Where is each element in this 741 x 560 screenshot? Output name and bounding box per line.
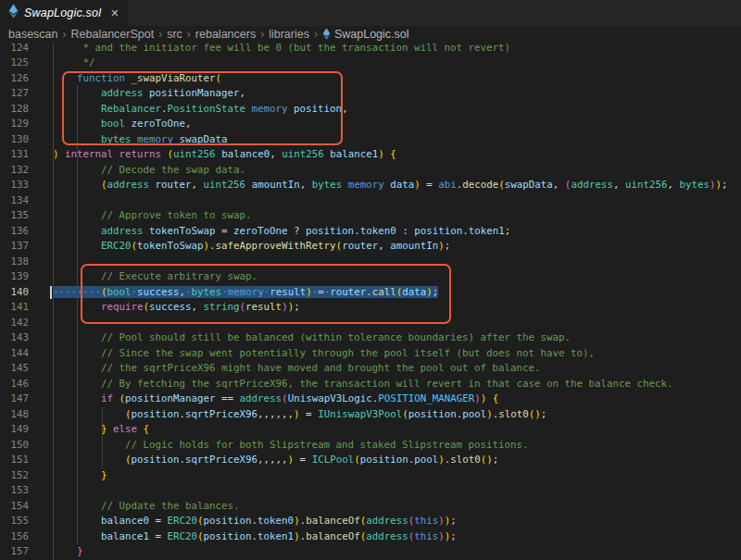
line-number[interactable]: 157 bbox=[0, 544, 29, 559]
code-editor[interactable]: 124 * and the initiator fee will be 0 (b… bbox=[0, 0, 741, 560]
code-text[interactable]: // Pool should still be balanced (within… bbox=[29, 330, 571, 345]
code-text[interactable]: // Logic holds for both Slipstream and s… bbox=[29, 438, 529, 453]
code-line[interactable]: 146 // By fetching the sqrtPriceX96, the… bbox=[0, 377, 741, 392]
code-text[interactable] bbox=[29, 193, 53, 208]
breadcrumb-item[interactable]: libraries bbox=[269, 28, 309, 41]
code-line[interactable]: 133 (address router, uint256 amountIn, b… bbox=[0, 178, 741, 193]
breadcrumb-item[interactable]: rebalancers bbox=[195, 28, 256, 41]
code-line[interactable]: 143 // Pool should still be balanced (wi… bbox=[0, 330, 741, 345]
code-line[interactable]: 130 bytes memory swapData bbox=[0, 132, 741, 147]
code-text[interactable]: (position.sqrtPriceX96,,,,,) = ICLPool(p… bbox=[29, 453, 498, 467]
code-text[interactable] bbox=[29, 483, 53, 498]
line-number[interactable]: 147 bbox=[0, 392, 29, 406]
code-text[interactable]: balance0 = ERC20(position.token0).balanc… bbox=[29, 514, 457, 529]
code-text[interactable]: // By fetching the sqrtPriceX96, the tra… bbox=[29, 377, 673, 392]
code-line[interactable]: 155 balance0 = ERC20(position.token0).ba… bbox=[0, 514, 741, 529]
code-text[interactable]: Rebalancer.PositionState memory position… bbox=[29, 102, 348, 117]
code-line[interactable]: 145 // the sqrtPriceX96 might have moved… bbox=[0, 361, 741, 376]
line-number[interactable]: 124 bbox=[0, 41, 29, 56]
code-line[interactable]: 125 */ bbox=[0, 56, 741, 70]
breadcrumb-item[interactable]: basescan bbox=[8, 28, 58, 41]
line-number[interactable]: 139 bbox=[0, 269, 29, 284]
code-text[interactable]: ········(bool·success,·bytes·memory·resu… bbox=[29, 285, 438, 300]
code-text[interactable]: bool zeroToOne, bbox=[29, 117, 192, 131]
code-line[interactable]: 129 bool zeroToOne, bbox=[0, 117, 741, 131]
line-number[interactable]: 135 bbox=[0, 208, 29, 223]
code-line[interactable]: 141 require(success, string(result)); bbox=[0, 300, 741, 315]
code-text[interactable]: // the sqrtPriceX96 might have moved and… bbox=[29, 361, 541, 376]
code-line[interactable]: 124 * and the initiator fee will be 0 (b… bbox=[0, 41, 741, 56]
code-line[interactable]: 152 } bbox=[0, 468, 741, 483]
code-line[interactable]: 153 bbox=[0, 483, 741, 498]
tab-swaplogic[interactable]: SwapLogic.sol ✕ bbox=[0, 0, 129, 26]
code-text[interactable]: */ bbox=[29, 56, 95, 70]
code-line[interactable]: 134 bbox=[0, 193, 741, 208]
code-line[interactable]: 132 // Decode the swap data. bbox=[0, 163, 741, 178]
code-text[interactable]: ERC20(tokenToSwap).safeApproveWithRetry(… bbox=[29, 239, 450, 254]
code-text[interactable]: function _swapViaRouter( bbox=[29, 71, 221, 86]
code-text[interactable]: } bbox=[29, 468, 107, 483]
line-number[interactable]: 137 bbox=[0, 239, 29, 254]
code-line[interactable]: 144 // Since the swap went potentially t… bbox=[0, 346, 741, 361]
code-line[interactable]: 137 ERC20(tokenToSwap).safeApproveWithRe… bbox=[0, 239, 741, 254]
line-number[interactable]: 136 bbox=[0, 224, 29, 239]
line-number[interactable]: 141 bbox=[0, 300, 29, 315]
line-number[interactable]: 154 bbox=[0, 499, 29, 514]
code-line[interactable]: 154 // Update the balances. bbox=[0, 499, 741, 514]
line-number[interactable]: 131 bbox=[0, 147, 29, 162]
code-text[interactable]: require(success, string(result)); bbox=[29, 300, 300, 315]
tab-close-icon[interactable]: ✕ bbox=[110, 8, 119, 19]
code-text[interactable]: bytes memory swapData bbox=[29, 132, 228, 147]
code-line[interactable]: 136 address tokenToSwap = zeroToOne ? po… bbox=[0, 224, 741, 239]
code-text[interactable]: // Update the balances. bbox=[29, 499, 240, 514]
code-line[interactable]: 148 (position.sqrtPriceX96,,,,,,) = IUni… bbox=[0, 407, 741, 422]
code-text[interactable]: (address router, uint256 amountIn, bytes… bbox=[29, 178, 728, 193]
code-text[interactable]: // Approve token to swap. bbox=[29, 208, 252, 223]
line-number[interactable]: 126 bbox=[0, 71, 29, 86]
line-number[interactable]: 125 bbox=[0, 56, 29, 70]
code-text[interactable] bbox=[29, 255, 53, 269]
breadcrumb-item[interactable]: src bbox=[167, 28, 182, 41]
line-number[interactable]: 132 bbox=[0, 163, 29, 178]
line-number[interactable]: 140 bbox=[0, 285, 29, 300]
line-number[interactable]: 128 bbox=[0, 102, 29, 117]
line-number[interactable]: 130 bbox=[0, 132, 29, 147]
code-text[interactable]: * and the initiator fee will be 0 (but t… bbox=[29, 41, 510, 56]
line-number[interactable]: 138 bbox=[0, 255, 29, 269]
code-area[interactable]: 124 * and the initiator fee will be 0 (b… bbox=[0, 41, 741, 559]
code-text[interactable]: // Decode the swap data. bbox=[29, 163, 245, 178]
line-number[interactable]: 133 bbox=[0, 178, 29, 193]
line-number[interactable]: 142 bbox=[0, 316, 29, 330]
line-number[interactable]: 153 bbox=[0, 483, 29, 498]
code-line[interactable]: 142 bbox=[0, 316, 741, 330]
code-text[interactable]: } bbox=[29, 544, 83, 559]
line-number[interactable]: 145 bbox=[0, 361, 29, 376]
breadcrumb-item[interactable]: RebalancerSpot bbox=[71, 28, 155, 41]
code-line[interactable]: 149 } else { bbox=[0, 422, 741, 437]
code-line[interactable]: 126 function _swapViaRouter( bbox=[0, 71, 741, 86]
code-text[interactable]: // Since the swap went potentially throu… bbox=[29, 346, 595, 361]
code-text[interactable]: // Execute arbitrary swap. bbox=[29, 269, 257, 284]
line-number[interactable]: 143 bbox=[0, 330, 29, 345]
line-number[interactable]: 134 bbox=[0, 193, 29, 208]
code-text[interactable]: (position.sqrtPriceX96,,,,,,) = IUniswap… bbox=[29, 407, 546, 422]
code-line[interactable]: 140········(bool·success,·bytes·memory·r… bbox=[0, 285, 741, 300]
code-line[interactable]: 151 (position.sqrtPriceX96,,,,,) = ICLPo… bbox=[0, 453, 741, 467]
code-text[interactable]: } else { bbox=[29, 422, 149, 437]
code-text[interactable]: address tokenToSwap = zeroToOne ? positi… bbox=[29, 224, 510, 239]
code-line[interactable]: 157 } bbox=[0, 544, 741, 559]
code-line[interactable]: 150 // Logic holds for both Slipstream a… bbox=[0, 438, 741, 453]
line-number[interactable]: 149 bbox=[0, 422, 29, 437]
code-line[interactable]: 138 bbox=[0, 255, 741, 269]
code-line[interactable]: 139 // Execute arbitrary swap. bbox=[0, 269, 741, 284]
line-number[interactable]: 150 bbox=[0, 438, 29, 453]
code-line[interactable]: 147 if (positionManager == address(Unisw… bbox=[0, 392, 741, 406]
line-number[interactable]: 146 bbox=[0, 377, 29, 392]
code-text[interactable]: if (positionManager == address(UniswapV3… bbox=[29, 392, 498, 406]
code-text[interactable]: ) internal returns (uint256 balance0, ui… bbox=[29, 147, 396, 162]
code-text[interactable]: address positionManager, bbox=[29, 86, 245, 101]
line-number[interactable]: 127 bbox=[0, 86, 29, 101]
line-number[interactable]: 129 bbox=[0, 117, 29, 131]
line-number[interactable]: 155 bbox=[0, 514, 29, 529]
line-number[interactable]: 156 bbox=[0, 529, 29, 544]
